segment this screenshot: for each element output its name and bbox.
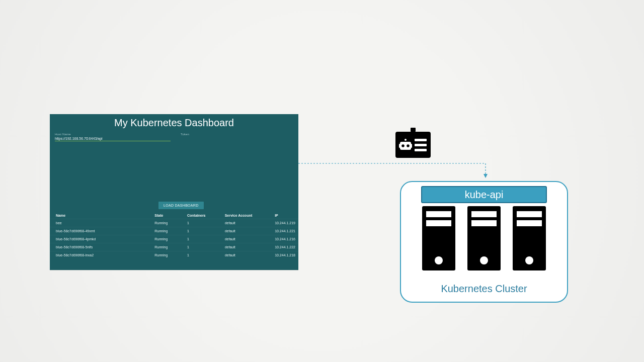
dashboard-title: My Kubernetes Dashboard [50, 114, 298, 133]
load-dashboard-button[interactable]: LOAD DASHBOARD [158, 202, 204, 209]
cell-sa: default [219, 219, 269, 227]
cell-containers: 1 [181, 219, 219, 227]
col-ip: IP [269, 212, 298, 219]
svg-point-5 [401, 144, 405, 147]
cell-ip: 10.244.1.218 [269, 251, 298, 259]
id-badge-icon [395, 128, 431, 158]
svg-point-15 [435, 256, 443, 264]
svg-point-19 [480, 256, 488, 264]
cell-state: Running [148, 243, 181, 251]
pods-table: Name State Containers Service Account IP… [50, 212, 298, 259]
dashboard-window: My Kubernetes Dashboard Host Name https:… [50, 114, 298, 270]
server-icon [467, 206, 501, 270]
table-row: blue-58c7d696f68-lnxa2Running1default10.… [50, 251, 298, 259]
table-row: blue-58c7d696f68-5nlfsRunning1default10.… [50, 243, 298, 251]
table-row: beeRunning1default10.244.1.219 [50, 219, 298, 227]
col-state: State [148, 212, 181, 219]
svg-rect-18 [471, 220, 497, 226]
cell-name: blue-58c7d696f68-5nlfs [50, 243, 148, 251]
cell-ip: 10.244.1.222 [269, 243, 298, 251]
cell-containers: 1 [181, 243, 219, 251]
svg-rect-13 [426, 211, 451, 217]
host-field: Host Name https://192.168.56.70:6443/api [55, 133, 171, 141]
svg-marker-0 [484, 174, 488, 178]
svg-rect-22 [517, 220, 542, 226]
svg-point-23 [525, 256, 533, 264]
cell-sa: default [219, 251, 269, 259]
cell-sa: default [219, 227, 269, 235]
token-underline [181, 137, 181, 138]
svg-rect-10 [415, 144, 427, 146]
cell-name: blue-58c7d696f68-49xmt [50, 227, 148, 235]
token-field: Token [181, 133, 189, 141]
kube-api-label: kube-api [421, 186, 547, 203]
cell-state: Running [148, 235, 181, 243]
svg-rect-8 [411, 144, 412, 148]
cluster-label: Kubernetes Cluster [401, 283, 567, 295]
cell-ip: 10.244.1.216 [269, 235, 298, 243]
svg-rect-21 [517, 211, 542, 217]
svg-rect-14 [426, 220, 451, 226]
cell-state: Running [148, 219, 181, 227]
cell-containers: 1 [181, 235, 219, 243]
svg-rect-9 [415, 139, 427, 141]
server-row [422, 206, 546, 270]
cell-containers: 1 [181, 251, 219, 259]
svg-rect-1 [411, 128, 416, 132]
server-icon [422, 206, 455, 270]
dashboard-fields: Host Name https://192.168.56.70:6443/api… [50, 133, 298, 141]
svg-point-3 [405, 139, 407, 141]
table-header-row: Name State Containers Service Account IP [50, 212, 298, 219]
svg-point-6 [407, 144, 410, 147]
cell-name: blue-58c7d696f68-lnxa2 [50, 251, 148, 259]
table-row: blue-58c7d696f68-4pmkdRunning1default10.… [50, 235, 298, 243]
cell-name: blue-58c7d696f68-4pmkd [50, 235, 148, 243]
cell-sa: default [219, 243, 269, 251]
host-underline [55, 141, 171, 141]
table-row: blue-58c7d696f68-49xmtRunning1default10.… [50, 227, 298, 235]
host-value[interactable]: https://192.168.56.70:6443/api [55, 136, 171, 141]
col-containers: Containers [181, 212, 219, 219]
col-name: Name [50, 212, 148, 219]
token-value[interactable] [181, 136, 189, 137]
connector-line [298, 162, 490, 183]
kubernetes-cluster-box: kube-api Kubernetes Cluster [400, 181, 568, 303]
cell-ip: 10.244.1.221 [269, 227, 298, 235]
cell-containers: 1 [181, 227, 219, 235]
cell-name: bee [50, 219, 148, 227]
cell-state: Running [148, 227, 181, 235]
svg-rect-7 [399, 144, 400, 148]
svg-rect-11 [415, 149, 427, 151]
cell-ip: 10.244.1.219 [269, 219, 298, 227]
svg-rect-17 [471, 211, 497, 217]
cell-sa: default [219, 235, 269, 243]
server-icon [513, 206, 546, 270]
col-service-account: Service Account [219, 212, 269, 219]
cell-state: Running [148, 251, 181, 259]
